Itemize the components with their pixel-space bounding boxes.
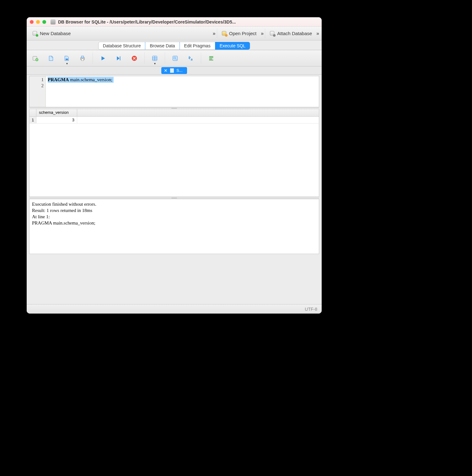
app-window: DB Browser for SQLite - /Users/peter/Lib… [27,17,322,314]
save-results-button[interactable]: ▾ [149,53,160,64]
sql-toolbar: ▾ ▾ ba [27,50,322,66]
view-tabs: Database Structure Browse Data Edit Prag… [27,40,322,50]
line-gutter: 1 2 [30,76,46,107]
svg-rect-6 [120,56,121,60]
row-header-spacer [30,109,36,116]
new-database-label: New Database [40,31,71,36]
separator [201,53,201,64]
attach-database-label: Attach Database [277,31,312,36]
new-database-button[interactable]: New Database [31,30,72,37]
maximize-icon[interactable] [42,20,46,24]
stop-button[interactable] [129,53,140,64]
editor-tab[interactable]: ✕ S... [161,67,187,74]
separator [93,53,93,64]
separator [144,53,145,64]
cell-value[interactable]: 3 [36,117,77,123]
encoding-label[interactable]: UTF-8 [305,307,317,312]
sql-text: main.schema_version; [69,77,112,82]
app-icon [51,19,56,24]
svg-text:a: a [191,58,193,61]
close-tab-icon[interactable]: ✕ [164,68,168,73]
splitter-handle[interactable] [29,107,319,109]
log-line: At line 1: [32,214,50,219]
column-header[interactable]: schema_version [36,109,77,116]
format-button[interactable] [206,53,217,64]
log-line: Execution finished without errors. [32,202,96,207]
editor-tab-label: S... [176,68,183,73]
attach-database-button[interactable]: Attach Database [268,30,313,37]
table-row[interactable]: 1 3 [30,117,319,124]
minimize-icon[interactable] [36,20,40,24]
chevron-down-icon: ▾ [154,62,156,65]
attach-icon [270,31,275,36]
overflow-icon[interactable]: » [213,31,216,36]
sql-keyword: PRAGMA [48,77,69,82]
svg-rect-4 [81,56,83,58]
tab-edit-pragmas[interactable]: Edit Pragmas [180,42,215,50]
execute-button[interactable] [97,53,109,64]
stop-icon [131,55,138,62]
chevron-down-icon: ▾ [66,62,68,65]
sql-editor[interactable]: 1 2 PRAGMA main.schema_version; [29,76,319,107]
play-icon [99,55,106,62]
separator [217,29,217,38]
save-results-icon [151,55,158,62]
status-bar: UTF-8 [27,304,322,314]
row-number: 1 [30,117,36,123]
save-icon [63,55,70,62]
separator [165,53,165,64]
print-button[interactable] [77,53,88,64]
new-tab-button[interactable] [30,53,41,64]
separator [265,29,265,38]
results-header: schema_version [30,109,319,117]
tab-execute-sql[interactable]: Execute SQL [215,42,250,50]
log-line: Result: 1 rows returned in 18ms [32,208,92,213]
overflow-icon[interactable]: » [316,31,319,36]
open-file-icon [48,55,55,62]
find-button[interactable] [169,53,181,64]
open-file-button[interactable] [46,53,57,64]
svg-rect-2 [66,58,68,60]
splitter-handle[interactable] [29,197,319,199]
tab-database-structure[interactable]: Database Structure [99,42,146,50]
window-title: DB Browser for SQLite - /Users/peter/Lib… [58,19,319,24]
line-number: 2 [30,83,44,89]
execute-line-button[interactable] [113,53,124,64]
project-icon [222,31,227,36]
find-icon [172,55,179,62]
titlebar: DB Browser for SQLite - /Users/peter/Lib… [27,17,322,27]
overflow-icon[interactable]: » [261,31,264,36]
save-button[interactable]: ▾ [61,53,72,64]
execution-log[interactable]: Execution finished without errors. Resul… [29,199,319,254]
editor-tabs: ✕ S... [27,66,322,75]
svg-rect-5 [81,59,83,61]
find-replace-icon: ba [187,55,194,62]
format-icon [208,55,215,62]
line-number: 1 [30,77,44,83]
play-to-end-icon [115,55,122,62]
open-project-label: Open Project [229,31,257,36]
main-toolbar: New Database » Open Project » Attach Dat… [27,27,322,40]
page-icon [170,68,174,73]
database-icon [32,31,38,36]
results-table: schema_version 1 3 [29,109,319,197]
close-icon[interactable] [30,20,34,24]
window-controls [30,20,46,24]
find-replace-button[interactable]: ba [185,53,196,64]
tab-browse-data[interactable]: Browse Data [145,42,180,50]
code-area[interactable]: PRAGMA main.schema_version; [46,76,319,107]
open-project-button[interactable]: Open Project [220,30,258,37]
print-icon [79,55,86,62]
log-line: PRAGMA main.schema_version; [32,220,95,225]
new-tab-icon [32,55,39,62]
